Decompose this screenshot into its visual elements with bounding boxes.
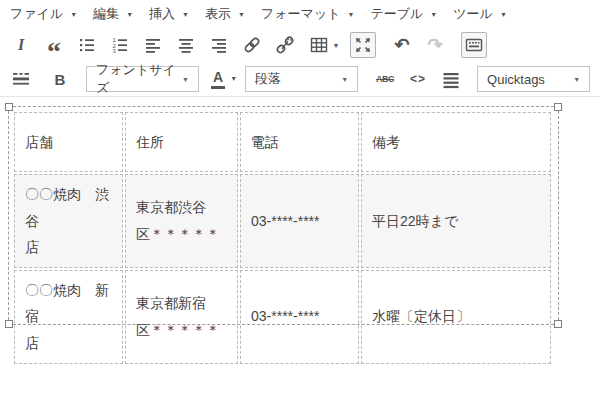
editor-toolbar-area: ファイル ▼ 編集 ▼ 挿入 ▼ 表示 ▼ フォーマット ▼ テーブル ▼ ツー… [0,0,600,97]
numbered-list-icon: 1 2 3 [110,35,130,55]
bold-button[interactable]: B [47,66,73,92]
keyboard-icon [464,35,484,55]
svg-text:3: 3 [113,48,117,54]
editor-canvas[interactable]: 店舗 住所 電話 備考 〇〇焼肉 渋谷 店 東京都渋谷 区＊＊＊＊＊ 03-**… [0,97,600,402]
table-resize-handle-se[interactable] [554,320,562,328]
toolbar-row-1: I “ 1 2 3 [0,28,600,62]
chevron-down-icon: ▼ [238,11,245,18]
numbered-list-button[interactable]: 1 2 3 [107,32,133,58]
table-cell[interactable]: 東京都新宿 区＊＊＊＊＊ [125,270,238,364]
menu-tools[interactable]: ツール ▼ [453,5,507,23]
menu-insert-label: 挿入 [149,5,175,23]
table-cell[interactable]: 〇〇焼肉 渋谷 店 [14,174,123,268]
chevron-down-icon: ▼ [573,76,580,83]
strikethrough-icon: ABC [376,74,394,84]
horizontal-rule-icon [11,69,31,89]
code-button[interactable]: <> [405,66,431,92]
align-left-icon [143,35,163,55]
content-table: 店舗 住所 電話 備考 〇〇焼肉 渋谷 店 東京都渋谷 区＊＊＊＊＊ 03-**… [12,110,553,366]
menu-format-label: フォーマット [261,5,341,23]
horizontal-rule-button[interactable] [8,66,34,92]
header-cell-notes[interactable]: 備考 [361,112,551,172]
quicktags-dropdown[interactable]: Quicktags ▼ [477,66,590,92]
menu-edit[interactable]: 編集 ▼ [93,5,133,23]
chevron-down-icon: ▼ [182,76,189,83]
fullscreen-icon [353,35,373,55]
align-center-button[interactable] [173,32,199,58]
bullet-list-icon [77,35,97,55]
unlink-icon [275,35,295,55]
chevron-down-icon: ▼ [230,75,237,82]
chevron-down-icon: ▼ [70,11,77,18]
menu-bar: ファイル ▼ 編集 ▼ 挿入 ▼ 表示 ▼ フォーマット ▼ テーブル ▼ ツー… [0,0,600,28]
table-row: 〇〇焼肉 渋谷 店 東京都渋谷 区＊＊＊＊＊ 03-****-**** 平日22… [14,174,551,268]
font-size-dropdown[interactable]: フォントサイズ ▼ [86,66,199,92]
toolbar-row-2: B フォントサイズ ▼ A ▼ 段落 ▼ ABC <> Quicktags [0,62,600,96]
insert-table-button[interactable]: ▼ [305,32,343,58]
paragraph-format-dropdown[interactable]: 段落 ▼ [245,66,358,92]
chevron-down-icon: ▼ [126,11,133,18]
align-right-icon [209,35,229,55]
table-cell[interactable]: 〇〇焼肉 新宿 店 [14,270,123,364]
undo-icon: ↶ [394,36,409,54]
keyboard-shortcuts-button[interactable] [461,32,487,58]
italic-icon: I [18,36,24,54]
chevron-down-icon: ▼ [182,11,189,18]
link-button[interactable] [239,32,265,58]
redo-icon: ↷ [427,36,442,54]
undo-button[interactable]: ↶ [389,32,415,58]
redo-button[interactable]: ↷ [422,32,448,58]
menu-table-label: テーブル [370,5,423,23]
table-cell[interactable]: 水曜〔定休日〕 [361,270,551,364]
table-cell[interactable]: 03-****-**** [240,174,359,268]
table-header-row: 店舗 住所 電話 備考 [14,112,551,172]
blockquote-button[interactable]: “ [41,32,67,58]
chevron-down-icon: ▼ [500,11,507,18]
menu-tools-label: ツール [453,5,493,23]
link-icon [242,35,262,55]
strikethrough-button[interactable]: ABC [372,66,398,92]
paragraph-format-value: 段落 [255,70,281,88]
menu-table[interactable]: テーブル ▼ [370,5,437,23]
header-cell-store[interactable]: 店舗 [14,112,123,172]
header-cell-address[interactable]: 住所 [125,112,238,172]
chevron-down-icon: ▼ [333,42,340,49]
menu-view-label: 表示 [205,5,231,23]
align-right-button[interactable] [206,32,232,58]
quicktags-value: Quicktags [487,72,545,87]
align-left-button[interactable] [140,32,166,58]
bullet-list-button[interactable] [74,32,100,58]
italic-button[interactable]: I [8,32,34,58]
unlink-button[interactable] [272,32,298,58]
menu-insert[interactable]: 挿入 ▼ [149,5,189,23]
menu-edit-label: 編集 [93,5,119,23]
table-icon [309,35,329,55]
chevron-down-icon: ▼ [430,11,437,18]
code-icon: <> [410,72,426,86]
header-cell-phone[interactable]: 電話 [240,112,359,172]
table-cell[interactable]: 東京都渋谷 区＊＊＊＊＊ [125,174,238,268]
chevron-down-icon: ▼ [341,76,348,83]
table-cell[interactable]: 平日22時まで [361,174,551,268]
menu-format[interactable]: フォーマット ▼ [261,5,354,23]
table-row: 〇〇焼肉 新宿 店 東京都新宿 区＊＊＊＊＊ 03-****-**** 水曜〔定… [14,270,551,364]
fullscreen-button[interactable] [350,32,376,58]
table-cell[interactable]: 03-****-**** [240,270,359,364]
text-color-icon: A [211,69,225,90]
menu-view[interactable]: 表示 ▼ [205,5,245,23]
bold-icon: B [55,71,66,88]
align-justify-icon [441,69,461,89]
align-center-icon [176,35,196,55]
menu-file-label: ファイル [10,5,63,23]
chevron-down-icon: ▼ [348,11,355,18]
font-size-value: フォントサイズ [96,61,182,97]
menu-file[interactable]: ファイル ▼ [10,5,77,23]
align-justify-button[interactable] [438,66,464,92]
table-resize-handle-ne[interactable] [554,103,562,111]
text-color-button[interactable]: A ▼ [211,69,237,90]
